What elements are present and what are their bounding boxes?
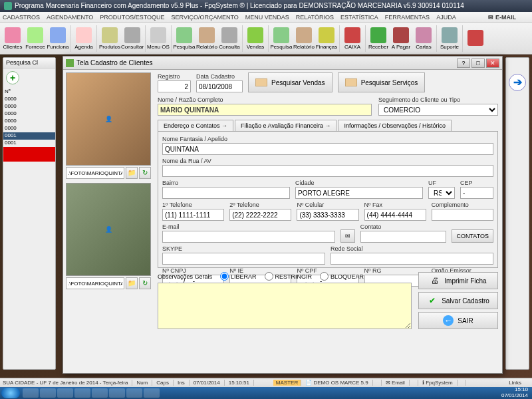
taskbar-item[interactable] bbox=[144, 388, 160, 398]
cel-input[interactable] bbox=[297, 209, 358, 221]
start-button[interactable] bbox=[1, 388, 20, 398]
sair-button[interactable]: ←SAIR bbox=[418, 312, 498, 329]
taskbar-item[interactable] bbox=[126, 388, 142, 398]
dialog-titlebar[interactable]: Tela Cadastro de Clientes ? □ ✕ bbox=[63, 57, 502, 70]
menu-estatistica[interactable]: ESTATÍSTICA bbox=[340, 14, 378, 21]
photo2-refresh-button[interactable]: ↻ bbox=[139, 277, 151, 289]
toolbar-exit[interactable] bbox=[464, 24, 487, 53]
tab-informacoes[interactable]: Informações / Observações / Histórico bbox=[338, 120, 452, 131]
radio-bloquear[interactable]: BLOQUEAR bbox=[320, 272, 364, 281]
list-row[interactable]: 0000 bbox=[3, 125, 55, 132]
menu-agendamento[interactable]: AGENDAMENTO bbox=[47, 14, 93, 21]
toolbar-funciona[interactable]: Funciona bbox=[47, 24, 69, 53]
seg-select[interactable]: COMERCIO bbox=[378, 104, 498, 116]
imprimir-button[interactable]: 🖨Imprimir Ficha bbox=[418, 272, 498, 289]
toolbar-clientes[interactable]: Clientes bbox=[1, 24, 24, 53]
status-fpq[interactable]: ℹ FpqSystem bbox=[422, 380, 466, 386]
menu-relatorios[interactable]: RELATÓRIOS bbox=[296, 14, 334, 21]
photo2-browse-button[interactable]: 📁 bbox=[126, 277, 138, 289]
toolbar-a pagar[interactable]: A Pagar bbox=[390, 24, 412, 53]
taskbar-item[interactable] bbox=[57, 388, 73, 398]
toolbar-pesquisa[interactable]: Pesquisa bbox=[173, 24, 196, 53]
toolbar-icon bbox=[319, 27, 334, 43]
contatos-button[interactable]: CONTATOS bbox=[452, 229, 493, 243]
rede-input[interactable] bbox=[331, 253, 493, 265]
toolbar-caixa[interactable]: CAIXA bbox=[341, 24, 364, 53]
taskbar-item[interactable] bbox=[40, 388, 56, 398]
status-links[interactable]: Links bbox=[509, 380, 525, 386]
email-input[interactable] bbox=[162, 231, 335, 243]
photo1-path-input[interactable] bbox=[66, 167, 124, 179]
status-email[interactable]: ✉ Email bbox=[386, 380, 418, 386]
cidade-input[interactable] bbox=[295, 187, 423, 199]
close-button[interactable]: ✕ bbox=[486, 59, 499, 68]
menu-vendas[interactable]: MENU VENDAS bbox=[245, 14, 289, 21]
radio-restringir[interactable]: RESTRINGIR bbox=[265, 272, 313, 281]
list-row[interactable]: 0001 bbox=[3, 140, 55, 147]
radio-liberar[interactable]: LIBERAR bbox=[220, 272, 257, 281]
cep-input[interactable] bbox=[460, 187, 493, 199]
forward-button[interactable]: ➔ bbox=[509, 74, 526, 91]
tab-filiacao[interactable]: Filiação e Avaliação Financeira → bbox=[235, 120, 336, 131]
bairro-input[interactable] bbox=[162, 187, 290, 199]
taskbar: 15:1007/01/2014 bbox=[0, 387, 532, 399]
tel2-input[interactable] bbox=[229, 209, 291, 221]
menu-ferramentas[interactable]: FERRAMENTAS bbox=[385, 14, 430, 21]
menu-servico[interactable]: SERVIÇO/ORÇAMENTO bbox=[172, 14, 239, 21]
toolbar-fornece[interactable]: Fornece bbox=[24, 24, 47, 53]
taskbar-item[interactable] bbox=[92, 388, 108, 398]
menu-produtos[interactable]: PRODUTOS/ESTOQUE bbox=[100, 14, 164, 21]
menu-ajuda[interactable]: AJUDA bbox=[436, 14, 456, 21]
system-clock[interactable]: 15:1007/01/2014 bbox=[501, 387, 531, 399]
toolbar-finanças[interactable]: Finanças bbox=[315, 24, 338, 53]
photo2-path-input[interactable] bbox=[66, 277, 124, 289]
toolbar-cartas[interactable]: Cartas bbox=[412, 24, 435, 53]
list-row[interactable]: 0000 bbox=[3, 103, 55, 110]
app-title: Programa Marcenaria Financeiro com Agend… bbox=[15, 0, 464, 12]
toolbar-consultar[interactable]: Consultar bbox=[121, 24, 144, 53]
list-row[interactable]: 0000 bbox=[3, 110, 55, 118]
pesquisar-vendas-button[interactable]: Pesquisar Vendas bbox=[248, 72, 332, 92]
toolbar-relatório[interactable]: Relatório bbox=[196, 24, 218, 53]
photo1-browse-button[interactable]: 📁 bbox=[126, 167, 138, 179]
rua-input[interactable] bbox=[162, 165, 493, 177]
salvar-button[interactable]: ✔Salvar Cadastro bbox=[418, 292, 498, 309]
compl-input[interactable] bbox=[432, 209, 493, 221]
help-button[interactable]: ? bbox=[457, 59, 470, 68]
contato-input[interactable] bbox=[360, 231, 447, 243]
pesquisar-servicos-button[interactable]: Pesquisar Serviços bbox=[338, 72, 426, 92]
maximize-button[interactable]: □ bbox=[471, 59, 485, 68]
list-row[interactable] bbox=[3, 147, 55, 154]
datacad-input[interactable] bbox=[196, 80, 243, 92]
list-row[interactable] bbox=[3, 154, 55, 162]
toolbar-receber[interactable]: Receber bbox=[367, 24, 390, 53]
tab-endereco[interactable]: Endereço e Contatos → bbox=[158, 120, 233, 131]
list-row[interactable]: 0000 bbox=[3, 118, 55, 125]
tel1-input[interactable] bbox=[162, 209, 224, 221]
uf-select[interactable]: RS bbox=[428, 187, 455, 199]
toolbar-suporte[interactable]: Suporte bbox=[438, 24, 461, 53]
list-row[interactable]: 0000 bbox=[3, 96, 55, 103]
menu-email[interactable]: ✉ E-MAIL bbox=[488, 14, 523, 21]
photo1-refresh-button[interactable]: ↻ bbox=[139, 167, 151, 179]
toolbar-menu os[interactable]: Menu OS bbox=[147, 24, 170, 53]
list-row[interactable]: 0001 bbox=[3, 132, 55, 140]
toolbar-vendas[interactable]: Vendas bbox=[244, 24, 267, 53]
obs-textarea[interactable] bbox=[158, 283, 412, 329]
toolbar-relatório[interactable]: Relatório bbox=[293, 24, 315, 53]
toolbar-consulta[interactable]: Consulta bbox=[218, 24, 241, 53]
skype-input[interactable] bbox=[162, 253, 325, 265]
add-button[interactable]: + bbox=[6, 71, 19, 84]
fantasia-input[interactable] bbox=[162, 143, 493, 155]
toolbar-agenda[interactable]: Agenda bbox=[72, 24, 95, 53]
registro-input[interactable] bbox=[158, 80, 191, 92]
menu-cadastros[interactable]: CADASTROS bbox=[3, 14, 40, 21]
taskbar-item[interactable] bbox=[109, 388, 125, 398]
email-button[interactable]: ✉ bbox=[340, 229, 355, 243]
fax-input[interactable] bbox=[364, 209, 426, 221]
nome-input[interactable] bbox=[158, 104, 372, 116]
taskbar-item[interactable] bbox=[74, 388, 90, 398]
toolbar-produtos[interactable]: Produtos bbox=[98, 24, 121, 53]
toolbar-pesquisa[interactable]: Pesquisa bbox=[270, 24, 293, 53]
taskbar-item[interactable] bbox=[23, 388, 39, 398]
